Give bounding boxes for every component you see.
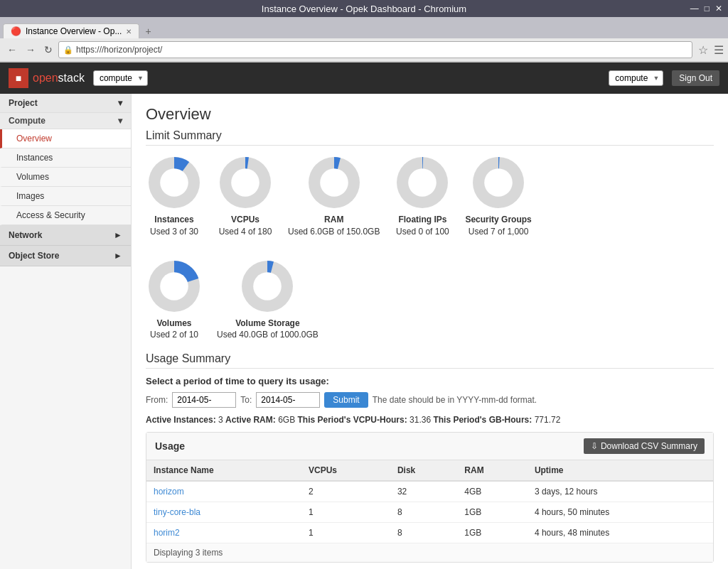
chart-label-floating-ips: Floating IPsUsed 0 of 100 bbox=[396, 214, 449, 238]
gb-hours-label: This Period's GB-Hours: bbox=[433, 415, 532, 425]
menu-icon[interactable]: ☰ bbox=[714, 43, 724, 57]
sidebar-item-access-security[interactable]: Access & Security bbox=[0, 206, 131, 225]
sidebar-item-instances-label: Instances bbox=[16, 153, 53, 163]
sidebar-project-header: Project ▾ bbox=[0, 94, 131, 113]
table-cell-0[interactable]: horim2 bbox=[146, 523, 301, 543]
title-bar: Instance Overview - Opek Dashboard - Chr… bbox=[0, 0, 728, 17]
minimize-btn[interactable]: — bbox=[690, 4, 699, 13]
usage-table: Instance NameVCPUsDiskRAMUptime horizom2… bbox=[146, 460, 713, 543]
sidebar-object-store-section[interactable]: Object Store ► bbox=[0, 246, 131, 266]
gb-hours-value: 771.72 bbox=[535, 415, 561, 425]
instance-name-link[interactable]: tiny-core-bla bbox=[154, 507, 200, 517]
usage-box-header: Usage ⇩ Download CSV Summary bbox=[146, 433, 713, 460]
to-label: To: bbox=[240, 395, 252, 405]
vcpu-hours-label: This Period's VCPU-Hours: bbox=[297, 415, 407, 425]
instance-name-link[interactable]: horim2 bbox=[154, 528, 180, 538]
app: ■ openstack compute compute Sign Out Pro… bbox=[0, 63, 728, 569]
svg-point-3 bbox=[231, 168, 259, 197]
to-input[interactable] bbox=[256, 392, 320, 408]
table-cell-2: 32 bbox=[390, 481, 457, 502]
sidebar: Project ▾ Compute ▾ Overview Instances V… bbox=[0, 94, 132, 569]
active-ram-value: 6GB bbox=[278, 415, 295, 425]
sidebar-item-images[interactable]: Images bbox=[0, 187, 131, 206]
window-controls[interactable]: — □ ✕ bbox=[690, 4, 722, 13]
reload-btn[interactable]: ↻ bbox=[41, 43, 55, 57]
chart-instances: InstancesUsed 3 of 30 bbox=[146, 154, 203, 238]
user-select-wrapper[interactable]: compute bbox=[609, 70, 663, 86]
address-bar[interactable]: 🔒 https:// /horizon/project/ bbox=[58, 41, 692, 58]
forward-btn[interactable]: → bbox=[23, 43, 38, 57]
bookmark-icon[interactable]: ☆ bbox=[698, 43, 708, 57]
active-instances-label: Active Instances: bbox=[146, 415, 216, 425]
sidebar-compute-arrow: ▾ bbox=[118, 116, 122, 126]
submit-button[interactable]: Submit bbox=[324, 392, 368, 408]
ssl-lock-icon: 🔒 bbox=[63, 45, 73, 55]
charts-row: InstancesUsed 3 of 30 VCPUsUsed 4 of 180… bbox=[146, 154, 714, 341]
period-select-label: Select a period of time to query its usa… bbox=[146, 376, 714, 386]
chart-label-volume-storage: Volume StorageUsed 40.0GB of 1000.0GB bbox=[217, 318, 318, 342]
back-btn[interactable]: ← bbox=[4, 43, 20, 57]
table-cell-0[interactable]: horizom bbox=[146, 481, 301, 502]
url-path: /horizon/project/ bbox=[102, 45, 162, 55]
chart-ram: RAMUsed 6.0GB of 150.0GB bbox=[288, 154, 380, 238]
sidebar-item-instances[interactable]: Instances bbox=[0, 148, 131, 168]
svg-point-1 bbox=[160, 168, 188, 197]
logo-icon: ■ bbox=[9, 68, 28, 88]
sidebar-item-volumes[interactable]: Volumes bbox=[0, 168, 131, 187]
download-icon: ⇩ bbox=[591, 441, 598, 451]
period-form: From: To: Submit The date should be in Y… bbox=[146, 392, 714, 408]
instance-name-link[interactable]: horizom bbox=[154, 487, 184, 497]
table-cell-2: 8 bbox=[390, 523, 457, 543]
main-area: Project ▾ Compute ▾ Overview Instances V… bbox=[0, 94, 728, 569]
sign-out-button[interactable]: Sign Out bbox=[672, 70, 719, 86]
active-ram-label: Active RAM: bbox=[225, 415, 276, 425]
header-right: compute Sign Out bbox=[609, 70, 719, 86]
table-row: tiny-core-bla181GB4 hours, 50 minutes bbox=[146, 502, 713, 523]
svg-point-9 bbox=[484, 168, 513, 197]
charts-row-1: InstancesUsed 3 of 30 VCPUsUsed 4 of 180… bbox=[146, 154, 714, 238]
sidebar-compute-subsection[interactable]: Compute ▾ bbox=[0, 113, 131, 129]
table-cell-0[interactable]: tiny-core-bla bbox=[146, 502, 301, 523]
new-tab-btn[interactable]: + bbox=[139, 24, 156, 38]
logo-text: openstack bbox=[33, 72, 85, 85]
browser-nav-icons: ☆ ☰ bbox=[698, 43, 724, 57]
compute-select[interactable]: compute bbox=[93, 70, 148, 86]
sidebar-network-section[interactable]: Network ► bbox=[0, 225, 131, 246]
usage-box-title: Usage bbox=[155, 440, 185, 452]
table-header-disk: Disk bbox=[390, 460, 457, 481]
usage-summary-title: Usage Summary bbox=[146, 352, 714, 369]
tab-favicon: 🔴 bbox=[11, 26, 21, 36]
close-btn[interactable]: ✕ bbox=[715, 4, 722, 13]
logo: ■ openstack bbox=[9, 68, 85, 88]
chart-label-security-groups: Security GroupsUsed 7 of 1,000 bbox=[465, 214, 531, 238]
sidebar-object-store-arrow: ► bbox=[114, 251, 122, 261]
table-header-vcpus: VCPUs bbox=[301, 460, 390, 481]
limit-summary-title: Limit Summary bbox=[146, 129, 714, 146]
sidebar-item-volumes-label: Volumes bbox=[16, 172, 49, 182]
sidebar-object-store-label: Object Store bbox=[9, 251, 59, 261]
chart-label-volumes: VolumesUsed 2 of 10 bbox=[150, 318, 198, 342]
table-header-instance-name: Instance Name bbox=[146, 460, 301, 481]
from-input[interactable] bbox=[172, 392, 236, 408]
table-header-row: Instance NameVCPUsDiskRAMUptime bbox=[146, 460, 713, 481]
chart-security-groups: Security GroupsUsed 7 of 1,000 bbox=[465, 154, 531, 238]
user-select[interactable]: compute bbox=[609, 70, 663, 86]
app-header: ■ openstack compute compute Sign Out bbox=[0, 63, 728, 94]
compute-select-wrapper[interactable]: compute bbox=[93, 70, 148, 86]
stats-line: Active Instances: 3 Active RAM: 6GB This… bbox=[146, 415, 714, 425]
svg-point-11 bbox=[160, 272, 188, 300]
active-tab[interactable]: 🔴 Instance Overview - Op... ✕ bbox=[3, 23, 139, 38]
download-csv-button[interactable]: ⇩ Download CSV Summary bbox=[584, 438, 705, 454]
sidebar-item-overview[interactable]: Overview bbox=[0, 129, 131, 148]
sidebar-network-label: Network bbox=[9, 230, 42, 240]
table-cell-4: 3 days, 12 hours bbox=[528, 481, 713, 502]
browser-chrome: 🔴 Instance Overview - Op... ✕ + ← → ↻ 🔒 … bbox=[0, 17, 728, 63]
active-instances-value: 3 bbox=[218, 415, 223, 425]
svg-point-13 bbox=[254, 272, 282, 300]
chart-volumes: VolumesUsed 2 of 10 bbox=[146, 258, 203, 342]
sidebar-network-arrow: ► bbox=[114, 230, 122, 240]
tab-close-btn[interactable]: ✕ bbox=[126, 28, 132, 36]
charts-row-2: VolumesUsed 2 of 10 Volume StorageUsed 4… bbox=[146, 258, 714, 342]
maximize-btn[interactable]: □ bbox=[705, 4, 710, 13]
chart-label-instances: InstancesUsed 3 of 30 bbox=[150, 214, 198, 238]
